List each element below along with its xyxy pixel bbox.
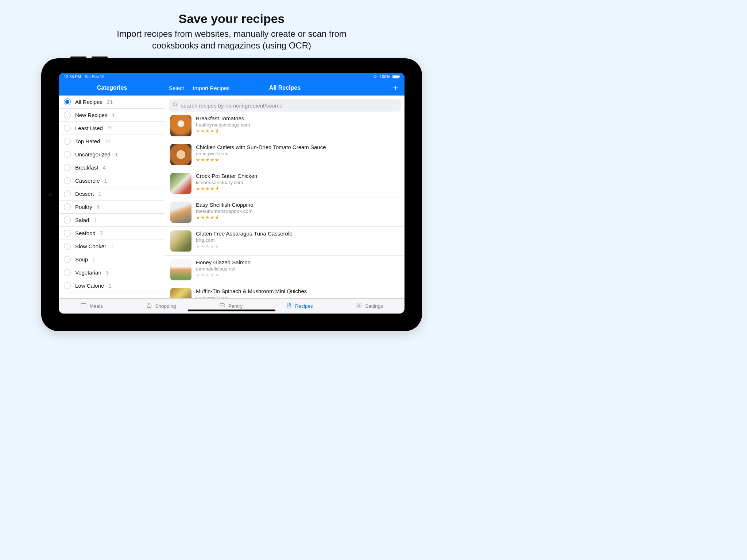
recipe-source: damndelicious.net	[196, 266, 251, 272]
tab-recipes[interactable]: Recipes	[286, 302, 313, 310]
category-row[interactable]: New Recipes1	[59, 109, 165, 122]
tab-label: Pantry	[228, 303, 243, 309]
status-date: Sat Sep 18	[85, 74, 104, 79]
svg-rect-7	[220, 306, 224, 307]
recipe-title: Honey Glazed Salmon	[196, 259, 251, 265]
home-indicator[interactable]	[188, 310, 275, 311]
recipe-thumbnail	[170, 288, 191, 298]
recipe-source: eatingwell.com	[196, 151, 326, 156]
category-row[interactable]: Dessert1	[59, 187, 165, 201]
category-row[interactable]: Top Rated10	[59, 135, 165, 148]
tab-shopping[interactable]: Shopping	[146, 302, 176, 310]
recipe-source: thesuburbansoapbox.com	[196, 209, 253, 214]
radio-icon	[64, 138, 71, 145]
category-row[interactable]: Poultry4	[59, 201, 165, 214]
category-count: 4	[97, 204, 100, 210]
category-row[interactable]: Casserole1	[59, 174, 165, 187]
radio-icon	[64, 98, 71, 105]
battery-icon	[392, 75, 399, 78]
category-row[interactable]: Uncategorized1	[59, 148, 165, 161]
category-label: All Recipes	[75, 99, 102, 105]
category-row[interactable]: Soup1	[59, 253, 165, 266]
recipe-row[interactable]: Gluten Free Asparagus-Tuna Casserolebhg.…	[165, 227, 405, 256]
category-count: 1	[108, 283, 111, 289]
category-label: New Recipes	[75, 112, 107, 118]
tab-label: Shopping	[155, 303, 176, 309]
svg-rect-6	[220, 304, 224, 305]
radio-icon	[64, 230, 71, 237]
recipe-source: kitchensanctuary.com	[196, 180, 257, 185]
radio-icon	[64, 112, 71, 118]
import-recipes-button[interactable]: Import Recipes	[193, 85, 230, 91]
category-count: 21	[107, 125, 113, 131]
category-row[interactable]: Salad1	[59, 214, 165, 227]
category-row[interactable]: Vegetarian3	[59, 266, 165, 279]
recipe-list[interactable]: Breakfast Tomatoeshealthyrecipesblogs.co…	[165, 112, 405, 298]
recipe-thumbnail	[170, 144, 191, 165]
category-label: Salad	[75, 217, 89, 223]
recipe-row[interactable]: Honey Glazed Salmondamndelicious.net★★★★…	[165, 256, 405, 284]
tab-meals[interactable]: Meals	[80, 302, 103, 310]
category-count: 1	[98, 191, 101, 197]
category-label: Top Rated	[75, 138, 100, 144]
category-row[interactable]: Seafood7	[59, 227, 165, 240]
category-label: Breakfast	[75, 164, 98, 171]
recipe-row[interactable]: Breakfast Tomatoeshealthyrecipesblogs.co…	[165, 112, 405, 140]
battery-text: 100%	[380, 74, 390, 79]
recipe-source: bhg.com	[196, 237, 293, 243]
status-time: 12:35 PM	[64, 74, 81, 79]
tab-label: Recipes	[295, 303, 313, 309]
category-row[interactable]: Least Used21	[59, 122, 165, 135]
category-count: 1	[112, 112, 115, 118]
category-row[interactable]: Low Calorie1	[59, 279, 165, 292]
category-label: Uncategorized	[75, 151, 111, 158]
category-count: 7	[100, 230, 103, 236]
pantry-icon	[219, 302, 225, 310]
recipe-row[interactable]: Muffin-Tin Spinach & Mushroom Mini Quich…	[165, 284, 405, 298]
recipe-row[interactable]: Easy Shellfish Cioppinothesuburbansoapbo…	[165, 198, 405, 227]
search-placeholder: search recipes by name/ingredient/source	[181, 102, 282, 109]
category-count: 1	[93, 217, 96, 223]
radio-icon	[64, 125, 71, 132]
category-row[interactable]: Slow Cooker1	[59, 240, 165, 253]
device-hardware-buttons	[70, 57, 114, 58]
categories-sidebar[interactable]: All Recipes21New Recipes1Least Used21Top…	[59, 96, 165, 298]
recipe-thumbnail	[170, 202, 191, 223]
category-label: Poultry	[75, 204, 92, 210]
recipe-source: eatingwell.com	[196, 295, 307, 298]
recipe-row[interactable]: Crock Pot Butter Chickenkitchensanctuary…	[165, 169, 405, 198]
radio-icon	[64, 177, 71, 184]
category-count: 10	[104, 138, 111, 144]
recipe-thumbnail	[170, 173, 191, 194]
recipe-title: Breakfast Tomatoes	[196, 115, 250, 121]
category-label: Seafood	[75, 230, 96, 236]
recipe-title: Muffin-Tin Spinach & Mushroom Mini Quich…	[196, 288, 307, 294]
radio-icon	[64, 243, 71, 250]
category-label: Slow Cooker	[75, 243, 106, 249]
tablet-frame: 12:35 PM Sat Sep 18 100% Categories Sele…	[41, 58, 422, 331]
search-input[interactable]: search recipes by name/ingredient/source	[169, 99, 401, 112]
recipe-rating: ★★★★★	[196, 157, 326, 163]
tab-settings[interactable]: Settings	[356, 302, 383, 310]
category-row[interactable]: All Recipes21	[59, 96, 165, 109]
select-button[interactable]: Select	[169, 85, 184, 91]
radio-icon	[64, 151, 71, 158]
recipe-row[interactable]: Chicken Cutlets with Sun-Dried Tomato Cr…	[165, 140, 405, 169]
calendar-icon	[80, 302, 87, 310]
category-label: Soup	[75, 256, 88, 262]
nav-title-main: All Recipes	[269, 85, 301, 91]
promo-subtitle: Import recipes from websites, manually c…	[0, 28, 463, 52]
device-camera	[49, 193, 52, 197]
promo-header: Save your recipes Import recipes from we…	[0, 0, 463, 52]
nav-bar: Categories Select Import Recipes All Rec…	[59, 80, 405, 96]
add-recipe-button[interactable]: +	[393, 83, 398, 93]
document-icon	[286, 302, 292, 310]
promo-title: Save your recipes	[0, 12, 463, 26]
tab-pantry[interactable]: Pantry	[219, 302, 243, 310]
recipe-source: healthyrecipesblogs.com	[196, 122, 250, 128]
recipe-rating: ★★★★⯨	[196, 186, 257, 191]
category-row[interactable]: Breakfast4	[59, 161, 165, 174]
tab-label: Settings	[365, 303, 383, 309]
category-count: 1	[111, 243, 113, 249]
category-count: 1	[92, 256, 95, 262]
